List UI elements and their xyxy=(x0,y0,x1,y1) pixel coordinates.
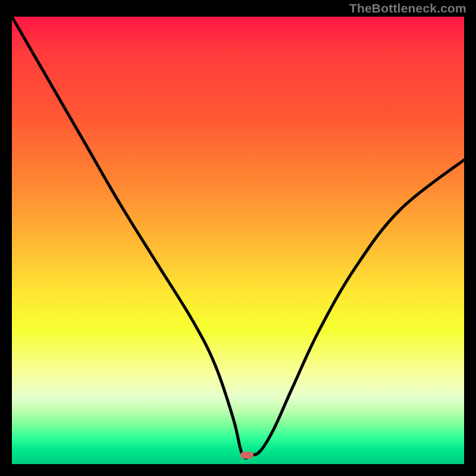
plot-area xyxy=(12,17,464,464)
chart-frame: TheBottleneck.com xyxy=(0,0,476,476)
watermark-text: TheBottleneck.com xyxy=(349,1,466,15)
optimal-marker xyxy=(240,452,253,459)
bottleneck-curve xyxy=(12,17,464,464)
